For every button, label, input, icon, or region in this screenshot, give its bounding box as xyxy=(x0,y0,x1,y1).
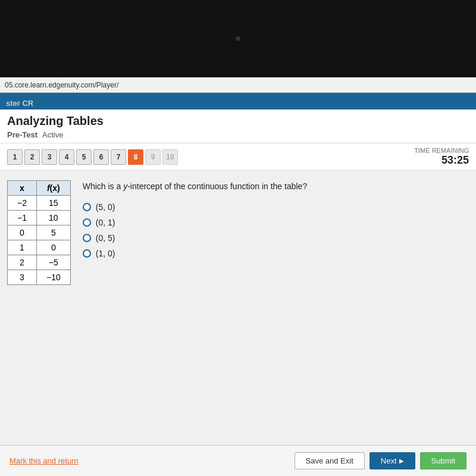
q-btn-4[interactable]: 4 xyxy=(59,149,74,165)
table-cell-fx: 10 xyxy=(36,211,70,226)
table-cell-fx: 15 xyxy=(36,196,70,211)
q-btn-5[interactable]: 5 xyxy=(76,149,92,165)
table-row: 1 0 xyxy=(8,240,71,255)
mark-return-link[interactable]: Mark this and return xyxy=(10,456,79,465)
q-btn-9: 9 xyxy=(145,149,161,165)
table-section: x f(x) −2 15 −1 10 xyxy=(7,180,71,436)
table-cell-fx: 5 xyxy=(36,226,70,240)
q-btn-1[interactable]: 1 xyxy=(7,149,23,165)
table-header-fx: f(x) xyxy=(36,181,70,196)
question-text: Which is a y-intercept of the continuous… xyxy=(83,180,469,193)
question-nav-buttons: 1 2 3 4 5 6 7 8 9 10 xyxy=(7,149,178,165)
radio-1[interactable] xyxy=(83,203,91,211)
bottom-buttons: Save and Exit Next Submit xyxy=(295,452,466,469)
table-cell-x: −1 xyxy=(8,211,37,226)
lesson-header: Analyzing Tables Pre-Test Active xyxy=(0,109,476,143)
submit-button[interactable]: Submit xyxy=(420,452,466,469)
table-row: −1 10 xyxy=(8,211,71,226)
app-header: ster CR xyxy=(0,93,476,109)
next-button[interactable]: Next xyxy=(369,452,415,469)
table-cell-x: −2 xyxy=(8,196,37,211)
url-text: 05.core.learn.edgenuity.com/Player/ xyxy=(5,81,118,89)
table-header-x: x xyxy=(8,181,37,196)
table-cell-x: 3 xyxy=(8,270,37,285)
lesson-status: Active xyxy=(42,130,63,139)
answer-choice-1[interactable]: (5, 0) xyxy=(83,202,469,212)
lesson-type: Pre-Test xyxy=(7,130,37,139)
answer-label-2: (0, 1) xyxy=(96,218,115,227)
question-text-section: Which is a y-intercept of the continuous… xyxy=(83,180,469,436)
radio-4[interactable] xyxy=(83,249,91,258)
q-btn-2[interactable]: 2 xyxy=(24,149,40,165)
q-btn-3[interactable]: 3 xyxy=(42,149,57,165)
browser-window: 05.core.learn.edgenuity.com/Player/ ster… xyxy=(0,77,476,476)
table-cell-x: 2 xyxy=(8,255,37,270)
radio-2[interactable] xyxy=(83,218,91,227)
address-bar[interactable]: 05.core.learn.edgenuity.com/Player/ xyxy=(0,77,476,93)
question-area: x f(x) −2 15 −1 10 xyxy=(0,171,476,445)
timer-label: TIME REMAINING xyxy=(414,147,469,154)
answer-choice-3[interactable]: (0, 5) xyxy=(83,233,469,243)
table-cell-x: 0 xyxy=(8,226,37,240)
table-row: 0 5 xyxy=(8,226,71,240)
table-cell-fx: 0 xyxy=(36,240,70,255)
q-btn-7[interactable]: 7 xyxy=(111,149,126,165)
bottom-bar: Mark this and return Save and Exit Next … xyxy=(0,445,476,476)
q-btn-10: 10 xyxy=(162,149,178,165)
app-header-title: ster CR xyxy=(6,99,33,108)
monitor-bezel-top xyxy=(0,0,476,77)
data-table: x f(x) −2 15 −1 10 xyxy=(7,180,71,285)
lesson-title: Analyzing Tables xyxy=(7,114,469,128)
timer-value: 53:25 xyxy=(414,154,469,167)
save-exit-button[interactable]: Save and Exit xyxy=(295,452,365,469)
lesson-meta: Pre-Test Active xyxy=(7,130,469,139)
answer-choice-4[interactable]: (1, 0) xyxy=(83,249,469,258)
timer-area: TIME REMAINING 53:25 xyxy=(414,147,469,167)
table-row: −2 15 xyxy=(8,196,71,211)
answer-label-4: (1, 0) xyxy=(96,249,115,258)
radio-3[interactable] xyxy=(83,234,91,242)
table-row: 2 −5 xyxy=(8,255,71,270)
answer-choice-2[interactable]: (0, 1) xyxy=(83,218,469,227)
content-area: Analyzing Tables Pre-Test Active 1 2 3 4… xyxy=(0,109,476,476)
table-cell-x: 1 xyxy=(8,240,37,255)
table-cell-fx: −10 xyxy=(36,270,70,285)
q-btn-8[interactable]: 8 xyxy=(128,149,143,165)
table-cell-fx: −5 xyxy=(36,255,70,270)
answer-label-1: (5, 0) xyxy=(96,202,115,212)
webcam xyxy=(236,36,240,41)
answer-choices: (5, 0) (0, 1) (0, 5) (1, 0) xyxy=(83,202,469,258)
table-row: 3 −10 xyxy=(8,270,71,285)
answer-label-3: (0, 5) xyxy=(96,233,115,243)
question-nav: 1 2 3 4 5 6 7 8 9 10 TIME REMAINING 53:2… xyxy=(0,143,476,171)
q-btn-6[interactable]: 6 xyxy=(93,149,109,165)
